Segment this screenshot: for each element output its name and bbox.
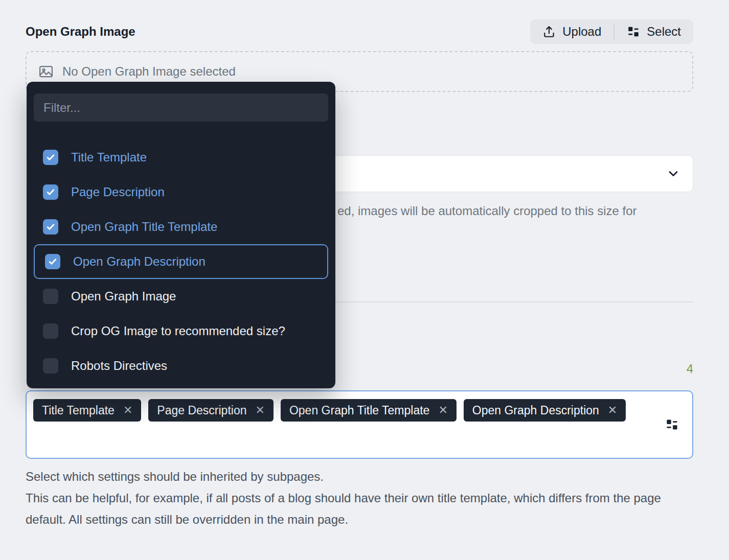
dropdown-option[interactable]: Crop OG Image to recommended size? <box>27 314 335 348</box>
og-image-field-label: Open Graph Image <box>26 25 135 39</box>
checkmark-icon <box>48 256 58 267</box>
dropdown-option-label: Crop OG Image to recommended size? <box>71 324 285 338</box>
checkmark-icon <box>45 187 56 197</box>
filter-input[interactable] <box>34 94 328 122</box>
selected-tag[interactable]: Page Description ✕ <box>148 399 274 422</box>
checkmark-icon <box>45 152 56 162</box>
selected-count: 4 <box>687 362 693 376</box>
tag-remove-icon[interactable]: ✕ <box>608 405 617 416</box>
dropdown-option-label: Open Graph Title Template <box>71 220 217 234</box>
page: Open Graph Image Upload Select No Open G… <box>0 0 729 560</box>
dropdown-option[interactable]: Title Template <box>27 140 335 175</box>
option-checkbox[interactable] <box>43 184 58 200</box>
og-image-actions: Upload Select <box>530 19 693 44</box>
dropdown-option-label: Title Template <box>71 150 147 165</box>
selected-tag[interactable]: Open Graph Description ✕ <box>464 399 626 422</box>
dropdown-options: Title Template Page Description Open Gra… <box>27 140 335 383</box>
instructions-line-2: This can be helpful, for example, if all… <box>26 487 693 530</box>
tag-remove-icon[interactable]: ✕ <box>256 405 265 416</box>
inherit-settings-field[interactable]: Title Template ✕ Page Description ✕ Open… <box>26 390 693 459</box>
field-instructions: Select which settings should be inherite… <box>26 466 693 530</box>
selected-tag-label: Open Graph Description <box>472 404 599 417</box>
selected-tag[interactable]: Title Template ✕ <box>33 399 141 422</box>
dropdown-option[interactable]: Robots Directives <box>27 348 335 383</box>
option-checkbox[interactable] <box>43 358 58 374</box>
tag-remove-icon[interactable]: ✕ <box>438 405 447 416</box>
upload-icon <box>542 25 556 38</box>
select-icon <box>627 25 640 38</box>
selected-tag-label: Page Description <box>157 404 246 417</box>
option-checkbox[interactable] <box>45 254 60 269</box>
option-checkbox[interactable] <box>43 219 58 235</box>
option-checkbox[interactable] <box>43 289 58 304</box>
instructions-line-1: Select which settings should be inherite… <box>26 466 693 487</box>
option-checkbox[interactable] <box>43 323 58 339</box>
option-checkbox[interactable] <box>43 150 58 165</box>
selected-tag[interactable]: Open Graph Title Template ✕ <box>281 399 457 422</box>
settings-dropdown: Title Template Page Description Open Gra… <box>27 82 335 388</box>
dropdown-option[interactable]: Page Description <box>27 175 335 209</box>
dropdown-option[interactable]: Open Graph Description <box>34 244 328 279</box>
og-image-empty-text: No Open Graph Image selected <box>62 64 236 79</box>
dropdown-option-label: Open Graph Description <box>73 254 206 269</box>
og-image-field-header: Open Graph Image Upload Select <box>26 18 693 45</box>
upload-button-label: Upload <box>562 25 601 39</box>
chevron-down-icon <box>666 167 680 181</box>
dropdown-option[interactable]: Open Graph Title Template <box>27 209 335 244</box>
dropdown-option-label: Page Description <box>71 185 165 199</box>
selected-tags: Title Template ✕ Page Description ✕ Open… <box>33 399 656 422</box>
image-icon <box>38 64 54 79</box>
dropdown-option-label: Robots Directives <box>71 359 167 373</box>
checkmark-icon <box>45 222 56 232</box>
multiselect-icon[interactable] <box>665 418 679 432</box>
select-button[interactable]: Select <box>614 19 693 44</box>
crop-hint-text: ed, images will be automatically cropped… <box>337 204 698 218</box>
select-button-label: Select <box>647 25 681 39</box>
tag-remove-icon[interactable]: ✕ <box>123 405 132 416</box>
selected-tag-label: Open Graph Title Template <box>289 404 429 417</box>
selected-tag-label: Title Template <box>42 404 115 417</box>
dropdown-option-label: Open Graph Image <box>71 289 176 304</box>
upload-button[interactable]: Upload <box>530 19 613 44</box>
dropdown-option[interactable]: Open Graph Image <box>27 279 335 314</box>
